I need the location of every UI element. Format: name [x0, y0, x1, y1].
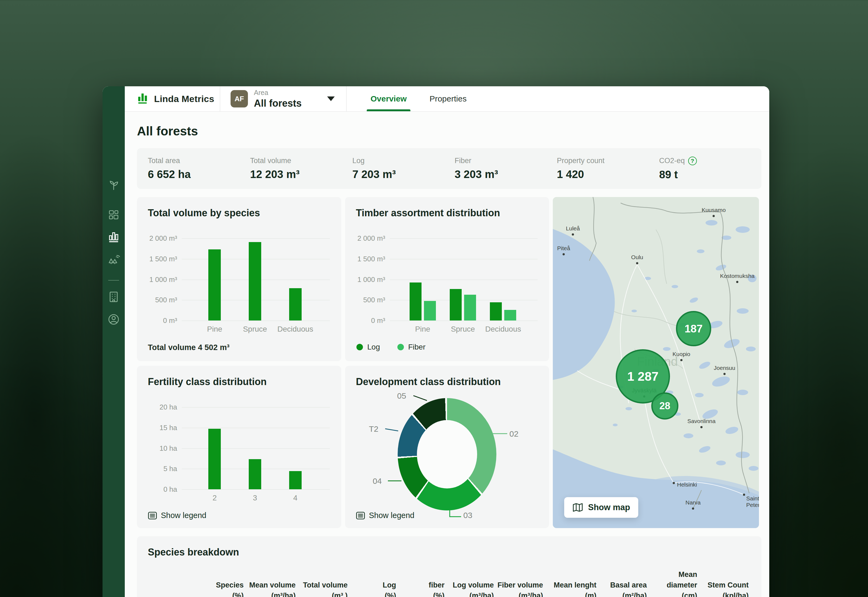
city-name: Helsinki — [677, 481, 697, 488]
column-header: fiber(%) — [396, 569, 444, 597]
bar — [289, 288, 302, 321]
y-axis-tick: 0 m³ — [356, 316, 385, 325]
bar-slot — [235, 238, 276, 321]
stat-co2-eq: CO2-eq?89 t — [659, 157, 761, 181]
show-map-button[interactable]: Show map — [564, 497, 638, 518]
legend-list-icon — [148, 511, 157, 520]
y-axis-tick: 500 m³ — [148, 296, 177, 304]
column-header: Mean volume(m³/ha) — [244, 569, 296, 597]
city-name: Kostomuksha — [715, 273, 759, 279]
city-name: Joensuu — [703, 365, 746, 371]
x-axis-label: Spruce — [235, 325, 276, 334]
table-title: Species breakdown — [148, 547, 751, 558]
stat-label: Fiber — [455, 157, 557, 165]
legend-item-fiber: Fiber — [397, 343, 426, 351]
bar — [249, 459, 261, 489]
grouped-bar-chart-timber: 2 000 m³1 500 m³1 000 m³500 m³0 m³PineSp… — [356, 238, 538, 321]
forest-photo-background: { "header": { "brand": "Linda Metrics", … — [0, 0, 868, 597]
table-header-row: Species(%)Mean volume(m³/ha)Total volume… — [148, 569, 749, 597]
bars-area — [403, 238, 523, 321]
chevron-down-icon — [327, 97, 335, 101]
summary-stats-card: Total area6 652 haTotal volume12 203 m³L… — [137, 148, 761, 189]
city-dot — [680, 359, 683, 361]
bar — [450, 289, 462, 321]
tab-bar: OverviewProperties — [370, 86, 467, 111]
y-axis-tick: 1 500 m³ — [356, 254, 385, 263]
x-axis-label: Pine — [403, 325, 443, 334]
sprout-icon[interactable] — [108, 180, 119, 191]
chart-title: Total volume by species — [148, 207, 330, 219]
stat-value: 1 420 — [557, 168, 659, 180]
stat-value: 12 203 m³ — [250, 168, 353, 180]
column-header: Total volume(m³ ) — [296, 569, 348, 597]
column-header: Mean diameter(cm) — [647, 569, 698, 597]
bar — [208, 429, 221, 489]
city-dot — [563, 253, 565, 255]
area-selector[interactable]: AF Area All forests — [220, 86, 347, 111]
map-cluster-bubble-28[interactable]: 28 — [651, 392, 678, 420]
bars-area — [194, 238, 316, 321]
city-name: Kuopio — [660, 351, 703, 357]
legend-label: Fiber — [408, 343, 426, 351]
gridline — [390, 321, 538, 321]
chart-card-total-volume-by-species: Total volume by species 2 000 m³1 500 m³… — [137, 197, 341, 361]
stat-value: 6 652 ha — [148, 168, 250, 180]
bar-slot — [235, 407, 276, 489]
column-header: Fiber volume(m³/ha) — [494, 569, 543, 597]
help-icon[interactable]: ? — [688, 157, 697, 165]
legend-label: Log — [367, 343, 380, 351]
city-name: Oulu — [615, 254, 659, 260]
chart-card-fertility-class: Fertility class distribution 20 ha15 ha1… — [137, 366, 341, 528]
x-axis-label: Deciduous — [483, 325, 523, 334]
show-legend-button[interactable]: Show legend — [356, 511, 415, 520]
stat-label: CO2-eq? — [659, 157, 761, 165]
show-legend-label: Show legend — [369, 511, 415, 520]
finland-map[interactable]: Finland KuusamoLuleåPiteåOuluKostomuksha… — [553, 197, 759, 528]
brand-logo-icon — [137, 92, 149, 105]
y-axis-tick: 1 000 m³ — [356, 275, 385, 284]
bar-slot — [275, 407, 316, 489]
forest-monitoring-icon[interactable] — [107, 254, 120, 266]
city-dot — [701, 426, 702, 428]
stat-value: 7 203 m³ — [353, 168, 455, 180]
city-name: Narva — [671, 499, 715, 506]
bar-chart-total-volume: 2 000 m³1 500 m³1 000 m³500 m³0 m³PineSp… — [148, 238, 330, 321]
chart-title: Timber assortment distribution — [356, 207, 538, 219]
city-dot — [736, 281, 738, 283]
tab-overview[interactable]: Overview — [370, 86, 407, 111]
city-dot — [692, 508, 694, 509]
city-dot — [636, 262, 638, 264]
city-name: Kuusamo — [692, 207, 735, 213]
city-name: Piteå — [553, 245, 585, 251]
stat-label: Log — [353, 157, 455, 165]
column-header — [148, 569, 203, 597]
account-icon[interactable] — [108, 313, 120, 325]
tab-properties[interactable]: Properties — [430, 86, 467, 111]
building-icon[interactable] — [108, 291, 119, 303]
chart-title: Fertility class distribution — [148, 376, 330, 388]
column-header: Stem Count(kpl/ha) — [697, 569, 749, 597]
metrics-bar-chart-icon[interactable] — [108, 231, 120, 243]
map-cluster-bubble-187[interactable]: 187 — [676, 311, 711, 346]
map-icon — [572, 503, 583, 512]
x-axis-labels: PineSpruceDeciduous — [403, 325, 523, 334]
bar-slot — [483, 238, 523, 321]
stat-label: Property count — [557, 157, 659, 165]
gridline — [182, 321, 330, 321]
map-card[interactable]: Finland KuusamoLuleåPiteåOuluKostomuksha… — [553, 197, 759, 528]
show-legend-button[interactable]: Show legend — [148, 511, 206, 520]
bar — [289, 471, 302, 489]
x-axis-label: Pine — [194, 325, 235, 334]
stat-log: Log7 203 m³ — [353, 157, 455, 180]
top-header: Linda Metrics AF Area All forests Overvi… — [125, 86, 769, 112]
dashboard-grid-icon[interactable] — [108, 209, 119, 221]
legend-dot — [397, 344, 404, 350]
area-badge: AF — [231, 90, 248, 107]
bar — [410, 282, 422, 321]
y-axis-tick: 20 ha — [148, 403, 177, 411]
legend-item-log: Log — [356, 343, 380, 351]
show-legend-label: Show legend — [161, 511, 206, 520]
chart-card-timber-assortment: Timber assortment distribution 2 000 m³1… — [345, 197, 549, 361]
gridline — [182, 489, 330, 490]
bar — [464, 295, 476, 321]
